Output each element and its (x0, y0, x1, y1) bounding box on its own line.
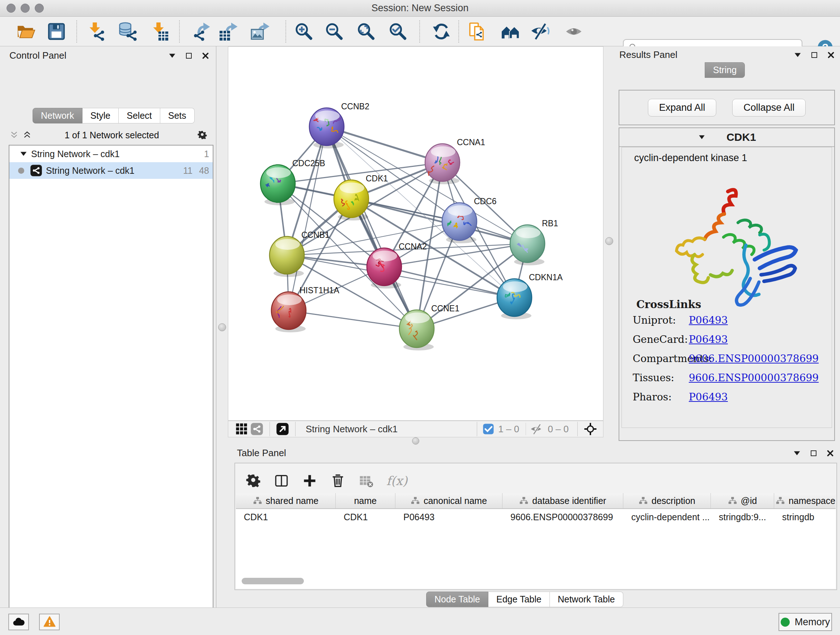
save-session-icon[interactable] (46, 21, 66, 42)
tab-network[interactable]: Network (33, 108, 82, 124)
export-table-icon[interactable] (218, 21, 239, 42)
horizontal-splitter[interactable] (228, 437, 603, 445)
collapse-all-button[interactable]: Collapse All (732, 99, 806, 117)
export-network-icon[interactable] (193, 21, 213, 42)
float-panel-button[interactable] (808, 448, 819, 459)
crosslink-link[interactable]: P06493 (689, 391, 728, 403)
tab-string[interactable]: String (705, 62, 745, 78)
scrollbar-thumb[interactable] (242, 578, 304, 584)
network-edge[interactable] (327, 127, 417, 329)
show-columns-icon[interactable] (273, 473, 289, 489)
left-splitter-handle[interactable] (218, 323, 226, 331)
crosslink-link[interactable]: 9606.ENSP00000378699 (689, 372, 819, 384)
table-cell[interactable]: CDK1 (336, 509, 395, 525)
network-node-CCNA1[interactable]: CCNA1 (425, 138, 485, 184)
open-session-icon[interactable] (16, 21, 36, 42)
memory-button[interactable]: Memory (778, 613, 832, 631)
protein-section-header[interactable]: CDK1 (619, 128, 834, 147)
clone-network-icon[interactable] (467, 21, 488, 42)
column-header-@id[interactable]: @id (711, 493, 774, 508)
table-cell[interactable]: CDK1 (236, 509, 336, 525)
fit-selected-target-icon[interactable] (583, 421, 598, 437)
expand-all-button[interactable]: Expand All (648, 99, 717, 117)
zoom-window-button[interactable] (35, 4, 44, 13)
network-node-CCNB2[interactable]: CCNB2 (309, 102, 369, 149)
network-node-RB1[interactable]: RB1 (510, 219, 558, 265)
selected-checkbox-icon[interactable] (482, 421, 494, 437)
crosslink-link[interactable]: P06493 (689, 333, 728, 345)
expand-all-networks-icon[interactable] (22, 130, 33, 141)
network-node-CDKN1A[interactable]: CDKN1A (497, 272, 563, 319)
network-node-CDC6[interactable]: CDC6 (442, 196, 497, 243)
delete-column-icon[interactable] (330, 473, 346, 489)
import-table-file-icon[interactable] (149, 21, 169, 42)
table-horizontal-scrollbar[interactable] (236, 578, 836, 586)
right-splitter-handle[interactable] (605, 237, 613, 245)
network-tree-row[interactable]: String Network – cdk11148 (9, 162, 213, 179)
hide-selected-icon[interactable] (530, 21, 550, 42)
refresh-view-icon[interactable] (431, 21, 452, 42)
crosslink-link[interactable]: 9606.ENSP00000378699 (689, 353, 819, 364)
table-cell[interactable]: stringdb (774, 509, 836, 525)
panel-menu-button[interactable] (792, 50, 803, 60)
table-cell[interactable]: P06493 (395, 509, 502, 525)
network-options-gear-icon[interactable] (197, 130, 208, 141)
horizontal-splitter-handle[interactable] (412, 437, 419, 445)
tab-network-table[interactable]: Network Table (550, 592, 623, 607)
table-cell[interactable]: stringdb:9... (711, 509, 774, 525)
birdseye-grid-icon[interactable] (234, 421, 249, 437)
column-header-namespace[interactable]: namespace (774, 493, 836, 508)
tab-sets[interactable]: Sets (160, 108, 195, 124)
tab-edge-table[interactable]: Edge Table (488, 592, 550, 607)
close-panel-button[interactable] (825, 448, 836, 459)
left-splitter[interactable] (216, 46, 228, 608)
import-network-file-icon[interactable] (85, 21, 106, 42)
float-panel-button[interactable] (183, 50, 194, 61)
close-panel-button[interactable] (200, 50, 211, 61)
right-splitter[interactable] (603, 46, 615, 445)
collapse-triangle-icon[interactable] (18, 149, 29, 159)
float-panel-button[interactable] (809, 50, 820, 60)
panel-menu-button[interactable] (167, 50, 178, 61)
column-header-database-identifier[interactable]: database identifier (502, 493, 623, 508)
hidden-eye-slash-icon[interactable] (529, 421, 544, 437)
tab-select[interactable]: Select (118, 108, 160, 124)
column-header-description[interactable]: description (623, 493, 711, 508)
table-row[interactable]: CDK1CDK1P064939606.ENSP00000378699cyclin… (236, 509, 836, 525)
node-label: CCNB1 (302, 230, 330, 240)
column-header-canonical-name[interactable]: canonical name (395, 493, 502, 508)
tab-node-table[interactable]: Node Table (426, 592, 488, 607)
network-edge[interactable] (327, 127, 442, 163)
zoom-in-icon[interactable] (294, 21, 314, 42)
show-all-icon[interactable] (564, 21, 584, 42)
network-tree-row[interactable]: String Network – cdk11 (9, 146, 213, 162)
table-cell[interactable]: cyclin-dependent ... (623, 509, 711, 525)
network-edge[interactable] (351, 199, 527, 244)
detach-view-icon[interactable] (275, 421, 290, 437)
string-home-icon[interactable] (501, 21, 521, 42)
network-edge[interactable] (289, 127, 327, 310)
network-node-CDK1[interactable]: CDK1 (334, 174, 388, 220)
network-badge-icon[interactable] (249, 421, 264, 437)
create-column-icon[interactable] (302, 473, 317, 489)
close-panel-button[interactable] (826, 50, 836, 60)
close-window-button[interactable] (6, 4, 16, 13)
cloud-status-button[interactable] (8, 614, 29, 630)
column-header-shared-name[interactable]: shared name (236, 493, 336, 508)
minimize-window-button[interactable] (21, 4, 30, 13)
table-settings-gear-icon[interactable] (245, 473, 261, 489)
warnings-button[interactable] (39, 614, 60, 630)
collapse-all-networks-icon[interactable] (9, 130, 19, 141)
network-canvas[interactable]: CCNB2CCNA1CDC25BCDK1CDC6RB1CCNB1CCNA2CDK… (228, 46, 603, 421)
tab-style[interactable]: Style (82, 108, 119, 124)
import-network-database-icon[interactable] (117, 21, 137, 42)
zoom-fit-icon[interactable] (356, 21, 376, 42)
panel-menu-button[interactable] (791, 448, 802, 459)
zoom-selected-icon[interactable] (388, 21, 408, 42)
table-cell[interactable]: 9606.ENSP00000378699 (502, 509, 623, 525)
network-node-HIST1H1A[interactable]: HIST1H1A (271, 286, 340, 333)
column-header-name[interactable]: name (336, 493, 395, 508)
export-image-icon[interactable] (250, 21, 271, 42)
network-edge[interactable] (289, 310, 417, 329)
zoom-out-icon[interactable] (324, 21, 344, 42)
